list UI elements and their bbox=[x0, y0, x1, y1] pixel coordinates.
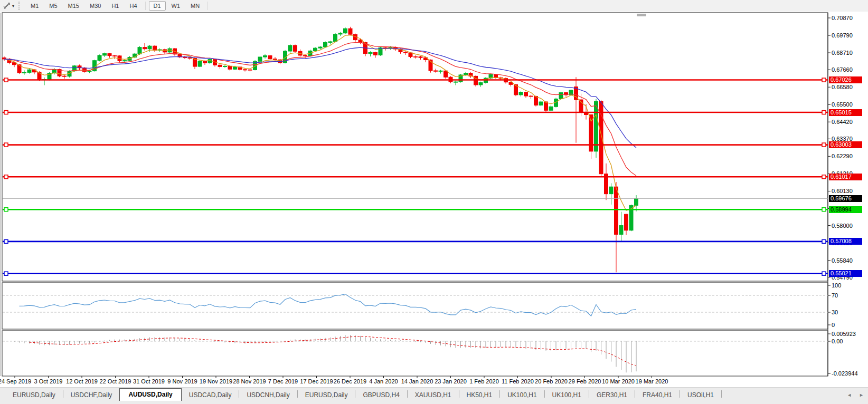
candle-body bbox=[273, 59, 277, 60]
candle-body bbox=[304, 55, 307, 56]
hline-handle-right[interactable] bbox=[822, 239, 826, 243]
hline-handle-left[interactable] bbox=[4, 272, 8, 275]
candle-body bbox=[294, 45, 297, 51]
hline-handle-left[interactable] bbox=[4, 143, 8, 147]
candle-body bbox=[138, 47, 141, 54]
chart-tab-uk100-h1[interactable]: UK100,H1 bbox=[545, 389, 589, 401]
chart-tab-eurusd-daily[interactable]: EURUSD,Daily bbox=[298, 389, 355, 401]
candle-body bbox=[23, 72, 26, 73]
candle-body bbox=[338, 33, 342, 34]
candle-body bbox=[549, 107, 553, 110]
macd-pane-frame bbox=[2, 331, 828, 376]
chart-tab-usdchf-daily[interactable]: USDCHF,Daily bbox=[63, 389, 120, 401]
chart-tab-ger30-h1[interactable]: GER30,H1 bbox=[589, 389, 635, 401]
candle-body bbox=[324, 42, 327, 47]
trading-platform-window: ▾ M1M5M15M30H1H4D1W1MN ▼AUDUSD,Daily 0.5… bbox=[0, 0, 868, 404]
chart-tab-xauusd-h1[interactable]: XAUUSD,H1 bbox=[408, 389, 459, 401]
candle-body bbox=[439, 71, 442, 71]
hline-handle-left[interactable] bbox=[4, 208, 8, 211]
candle-body bbox=[595, 101, 598, 151]
candle-body bbox=[529, 96, 533, 97]
hline-handle-right[interactable] bbox=[822, 175, 826, 179]
candle-body bbox=[88, 71, 91, 72]
chart-tab-usdcad-daily[interactable]: USDCAD,Daily bbox=[182, 389, 239, 401]
candle-body bbox=[519, 92, 523, 95]
candle-body bbox=[288, 45, 292, 51]
candle-body bbox=[539, 102, 543, 105]
candle-body bbox=[609, 187, 613, 194]
candle-body bbox=[258, 57, 262, 61]
candle-body bbox=[524, 92, 528, 96]
tab-separator bbox=[721, 390, 722, 398]
hline-handle-right[interactable] bbox=[822, 143, 826, 147]
candle-body bbox=[123, 61, 127, 61]
candle-body bbox=[414, 56, 418, 57]
candle-body bbox=[369, 52, 372, 53]
rsi-pane-frame bbox=[2, 283, 828, 329]
chart-tab-uk100-h1[interactable]: UK100,H1 bbox=[500, 389, 544, 401]
candle-body bbox=[534, 97, 538, 105]
chart-tab-usoil-h1[interactable]: USOil,H1 bbox=[680, 389, 721, 401]
chart-tab-hk50-h1[interactable]: HK50,H1 bbox=[459, 389, 500, 401]
hline-handle-right[interactable] bbox=[822, 111, 826, 114]
candle-body bbox=[454, 82, 458, 82]
candle-body bbox=[334, 34, 337, 42]
hline-handle-right[interactable] bbox=[822, 208, 826, 211]
candle-body bbox=[223, 66, 227, 66]
candle-body bbox=[63, 76, 67, 76]
hline-handle-right[interactable] bbox=[822, 272, 826, 275]
candle-body bbox=[444, 71, 448, 77]
hline-handle-left[interactable] bbox=[4, 78, 8, 82]
candle-body bbox=[625, 214, 628, 230]
candle-body bbox=[318, 47, 322, 48]
candle-body bbox=[143, 47, 147, 49]
candle-body bbox=[103, 54, 107, 55]
tab-scroll-left-icon[interactable]: ◄ bbox=[847, 392, 852, 398]
candle-body bbox=[83, 68, 87, 72]
candle-body bbox=[619, 226, 623, 235]
candle-body bbox=[434, 71, 438, 71]
candle-body bbox=[188, 58, 192, 59]
candle-body bbox=[243, 70, 247, 70]
chart-tab-gbpusd-h4[interactable]: GBPUSD,H4 bbox=[355, 389, 407, 401]
hline-handle-left[interactable] bbox=[4, 111, 8, 114]
chart-tab-usdcnh-daily[interactable]: USDCNH,Daily bbox=[239, 389, 297, 401]
chart-tab-audusd-daily[interactable]: AUDUSD,Daily bbox=[119, 388, 181, 401]
candle-body bbox=[494, 74, 498, 78]
chart-scrollbar-thumb[interactable] bbox=[637, 14, 646, 16]
candle-body bbox=[148, 46, 152, 49]
candle-body bbox=[233, 67, 237, 69]
candle-body bbox=[314, 48, 317, 51]
candle-body bbox=[328, 42, 332, 43]
chart-tab-eurusd-daily[interactable]: EURUSD,Daily bbox=[5, 389, 63, 401]
candle-body bbox=[153, 46, 157, 50]
candle-body bbox=[615, 187, 618, 234]
hline-handle-right[interactable] bbox=[822, 78, 826, 82]
candle-body bbox=[198, 61, 202, 66]
candle-body bbox=[218, 65, 222, 66]
candle-body bbox=[374, 52, 378, 55]
candle-body bbox=[348, 28, 352, 34]
candle-body bbox=[479, 83, 483, 85]
candle-body bbox=[419, 57, 422, 58]
hline-handle-left[interactable] bbox=[4, 175, 8, 179]
candle-body bbox=[98, 55, 101, 61]
tab-scroll-right-icon[interactable]: ► bbox=[859, 392, 864, 398]
candle-body bbox=[113, 56, 117, 56]
chart-tab-fra40-h1[interactable]: FRA40,H1 bbox=[635, 389, 680, 401]
candle-body bbox=[404, 52, 408, 53]
candle-body bbox=[464, 73, 468, 75]
candle-body bbox=[108, 54, 111, 56]
candle-body bbox=[559, 93, 563, 99]
candle-body bbox=[27, 70, 31, 72]
window-bottom-strip bbox=[0, 401, 868, 404]
chart-tab-bar: EURUSD,DailyUSDCHF,DailyAUDUSD,DailyUSDC… bbox=[0, 387, 868, 401]
candle-body bbox=[344, 28, 347, 33]
candle-body bbox=[248, 70, 252, 70]
candle-body bbox=[268, 56, 272, 59]
candle-body bbox=[263, 56, 267, 57]
candle-body bbox=[635, 198, 638, 205]
hline-handle-left[interactable] bbox=[4, 239, 8, 243]
candle-body bbox=[228, 66, 232, 69]
candle-body bbox=[203, 61, 207, 63]
